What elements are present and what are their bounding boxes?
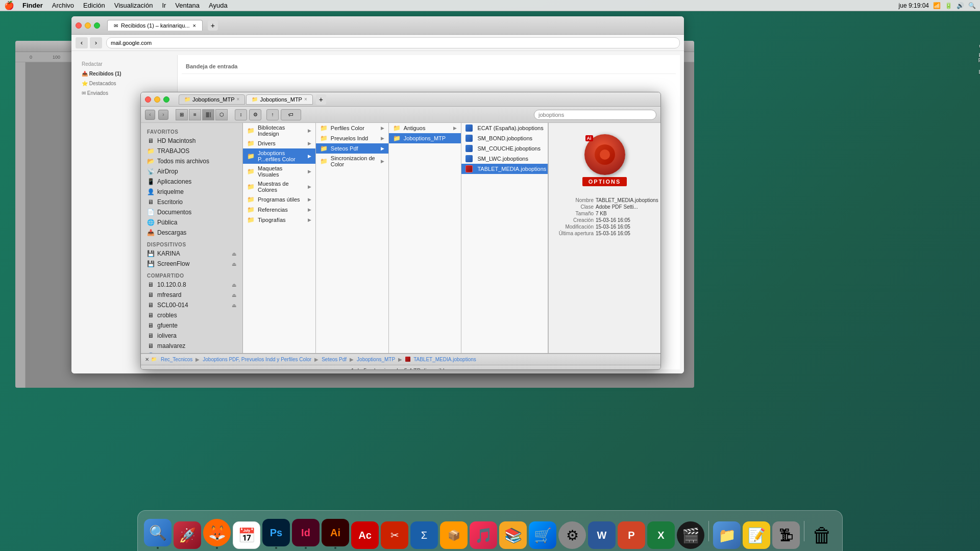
- col2-item-sincronizacion[interactable]: 📁 Sincronizacion de Color ▶: [316, 154, 388, 169]
- sort-btn[interactable]: ↕: [235, 109, 247, 120]
- search-input[interactable]: [534, 110, 656, 120]
- finder-tab-1-close[interactable]: ×: [237, 96, 240, 102]
- sidebar-item-escritorio[interactable]: 🖥 Escritorio: [141, 197, 242, 207]
- breadcrumb-item-1[interactable]: Joboptions PDF, Prevuelos Indd y Perfile…: [203, 357, 311, 362]
- finder-tab-1[interactable]: 📁 Joboptions_MTP ×: [179, 94, 245, 105]
- karina-eject[interactable]: ⏏: [232, 251, 236, 257]
- desktop-item-eva[interactable]: 📄 Eva. Intermedia.indd: [976, 35, 980, 85]
- dock-item-appstore[interactable]: 🛒: [529, 521, 556, 549]
- coverflow-view-btn[interactable]: ⬡: [215, 109, 228, 120]
- dock-item-powerpoint[interactable]: P: [618, 521, 645, 549]
- breadcrumb-item-0[interactable]: Rec_Tecnicos: [161, 357, 192, 362]
- col1-item-programas[interactable]: 📁 Programas útiles ▶: [243, 194, 315, 205]
- icon-view-btn[interactable]: ⊞: [176, 109, 188, 120]
- col4-item-tablet-media[interactable]: TABLET_MEDIA.joboptions: [461, 164, 548, 174]
- browser-url-bar[interactable]: [106, 37, 680, 48]
- sidebar-item-descargas[interactable]: 📥 Descargas: [141, 228, 242, 238]
- sidebar-item-iolivera[interactable]: 🖥 iolivera: [141, 331, 242, 341]
- browser-max-btn[interactable]: [94, 22, 100, 29]
- sidebar-item-todo[interactable]: 🔵 Todo...: [141, 351, 242, 353]
- tag-btn[interactable]: 🏷: [281, 109, 301, 120]
- list-view-btn[interactable]: ≡: [189, 109, 201, 120]
- menu-ventana[interactable]: Ventana: [171, 1, 204, 10]
- col1-item-joboptions[interactable]: 📁 Joboptions P...erfiles Color ▶: [243, 148, 315, 164]
- breadcrumb-delete-btn[interactable]: ✕: [145, 357, 149, 362]
- col2-item-seteos[interactable]: 📁 Seteos Pdf ▶: [316, 143, 388, 154]
- sidebar-item-scl[interactable]: 🖥 SCL00-014 ⏏: [141, 300, 242, 310]
- col4-item-sm-bond[interactable]: SM_BOND.joboptions: [461, 133, 548, 143]
- sidebar-item-kriquelme[interactable]: 👤 kriquelme: [141, 187, 242, 197]
- browser-close-btn[interactable]: [76, 22, 82, 29]
- finder-close-btn[interactable]: [145, 96, 151, 103]
- menu-archivo[interactable]: Archivo: [48, 1, 78, 10]
- dock-item-trash[interactable]: 🗑: [808, 521, 836, 549]
- col3-item-antiguos[interactable]: 📁 Antiguos ▶: [389, 123, 461, 133]
- sidebar-item-10120[interactable]: 🖥 10.120.0.8 ⏏: [141, 280, 242, 290]
- breadcrumb-item-4[interactable]: TABLET_MEDIA.joboptions: [413, 357, 476, 362]
- dock-item-itunes[interactable]: 🎵: [470, 521, 497, 549]
- ip1-eject[interactable]: ⏏: [232, 282, 236, 288]
- col1-item-muestras[interactable]: 📁 Muestras de Colores ▶: [243, 179, 315, 194]
- breadcrumb-item-2[interactable]: Seteos Pdf: [322, 357, 347, 362]
- col2-item-prevuelos[interactable]: 📁 Prevuelos Indd ▶: [316, 133, 388, 143]
- dock-item-ibooks[interactable]: 📚: [499, 521, 527, 549]
- dock-item-launchpad[interactable]: 🚀: [174, 521, 201, 549]
- browser-tab-close[interactable]: ×: [193, 22, 196, 29]
- col3-item-joboptions-mtp[interactable]: 📁 Joboptions_MTP: [389, 133, 461, 143]
- sidebar-item-gfuente[interactable]: 🖥 gfuente: [141, 320, 242, 331]
- dock-item-finder[interactable]: 🔍: [144, 519, 172, 549]
- sidebar-item-documentos[interactable]: 📄 Documentos: [141, 207, 242, 217]
- screenflow-eject[interactable]: ⏏: [232, 261, 236, 267]
- column-view-btn[interactable]: |‖|: [202, 109, 214, 120]
- finder-new-tab-btn[interactable]: +: [316, 94, 326, 105]
- menu-visualizacion[interactable]: Visualización: [110, 1, 157, 10]
- menu-finder[interactable]: Finder: [18, 1, 47, 10]
- col1-item-referencias[interactable]: 📁 Referencias ▶: [243, 205, 315, 215]
- menubar-search[interactable]: 🔍: [968, 2, 976, 9]
- dock-item-indesign[interactable]: Id: [292, 519, 320, 549]
- browser-back[interactable]: ‹: [76, 37, 88, 48]
- browser-forward[interactable]: ›: [90, 37, 102, 48]
- sidebar-item-crobles[interactable]: 🖥 crobles: [141, 310, 242, 320]
- browser-min-btn[interactable]: [85, 22, 91, 29]
- dock-item-firefox[interactable]: 🦊: [203, 519, 231, 549]
- finder-min-btn[interactable]: [154, 96, 160, 103]
- col1-item-bibliotecas[interactable]: 📁 Bibliotecas Indesign ▶: [243, 123, 315, 138]
- dock-item-quicktime[interactable]: 🎬: [677, 521, 704, 549]
- dock-item-amazon[interactable]: 📦: [440, 521, 468, 549]
- finder-max-btn[interactable]: [163, 96, 169, 103]
- sidebar-item-karina[interactable]: 💾 KARINA ⏏: [141, 248, 242, 259]
- col4-item-ecat[interactable]: ECAT (España).joboptions: [461, 123, 548, 133]
- dock-item-acrobat[interactable]: Ac: [351, 521, 379, 549]
- new-tab-btn[interactable]: +: [208, 20, 218, 31]
- dock-item-sysprefs[interactable]: ⚙: [558, 521, 586, 549]
- sidebar-item-hd[interactable]: 🖥 HD Macintosh: [141, 136, 242, 146]
- sidebar-item-mfresard[interactable]: 🖥 mfresard ⏏: [141, 290, 242, 300]
- col4-item-sm-couche[interactable]: SM_COUCHE.joboptions: [461, 143, 548, 154]
- sidebar-item-publica[interactable]: 🌐 Pública: [141, 217, 242, 228]
- dock-item-photoshop[interactable]: Ps: [262, 519, 290, 549]
- dock-item-folder[interactable]: 📁: [713, 521, 741, 549]
- finder-tab-2-close[interactable]: ×: [304, 96, 307, 102]
- menu-edicion[interactable]: Edición: [79, 1, 109, 10]
- dock-item-calendar[interactable]: 📅: [233, 521, 260, 549]
- sidebar-item-aplicaciones[interactable]: 📱 Aplicaciones: [141, 177, 242, 187]
- action-btn[interactable]: ⚙: [249, 109, 261, 120]
- sidebar-item-airdrop[interactable]: 📡 AirDrop: [141, 166, 242, 177]
- col1-item-tipografias[interactable]: 📁 Tipografías ▶: [243, 215, 315, 225]
- dock-item-illustrator[interactable]: Ai: [322, 519, 349, 549]
- dock-item-notes[interactable]: 📝: [743, 521, 770, 549]
- col2-item-perfiles[interactable]: 📁 Perfiles Color ▶: [316, 123, 388, 133]
- dock-item-math[interactable]: Σ: [410, 521, 438, 549]
- apple-menu[interactable]: 🍎: [4, 1, 14, 10]
- back-btn[interactable]: ‹: [145, 110, 155, 120]
- dock-item-distiller[interactable]: ✂: [381, 521, 408, 549]
- menu-ir[interactable]: Ir: [158, 1, 170, 10]
- menu-ayuda[interactable]: Ayuda: [205, 1, 232, 10]
- browser-tab[interactable]: ✉ Recibidos (1) – karinariqu... ×: [107, 20, 203, 31]
- sidebar-item-screenflow[interactable]: 💾 ScreenFlow ⏏: [141, 259, 242, 269]
- dock-item-xapp[interactable]: X: [647, 521, 675, 549]
- scl-eject[interactable]: ⏏: [232, 303, 236, 308]
- finder-tab-2[interactable]: 📁 Joboptions_MTP ×: [246, 94, 312, 105]
- share-btn[interactable]: ↑: [266, 109, 279, 120]
